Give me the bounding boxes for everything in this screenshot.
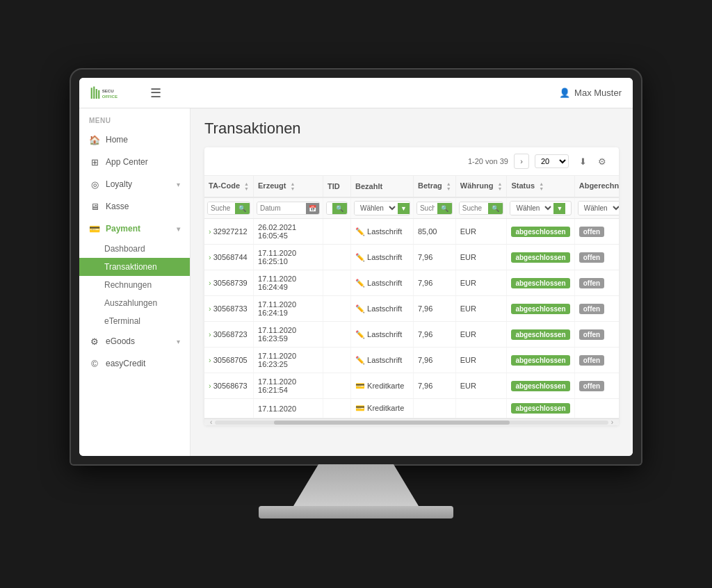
filter-erzeugt-cal-btn[interactable]: 📅	[306, 203, 319, 214]
table-row: › 3056870517.11.202016:23:25✏️ Lastschri…	[204, 348, 619, 373]
cell-status: abgeschlossen	[507, 399, 574, 418]
expand-arrow[interactable]: ›	[209, 382, 211, 390]
h-scroll-track[interactable]	[215, 420, 608, 425]
cell-ta-code: › 30568673	[204, 373, 254, 399]
sidebar-item-label: Home	[106, 135, 128, 145]
cell-betrag: 85,00	[413, 219, 455, 245]
filter-bezahlt-arrow-btn[interactable]: ▼	[398, 203, 410, 214]
cell-tid	[323, 348, 351, 373]
status-badge: abgeschlossen	[511, 227, 569, 237]
content-card: 1-20 von 39 › 20 50 100 ⬇ ⚙	[204, 147, 619, 425]
status-badge: abgeschlossen	[511, 329, 569, 340]
menu-toggle-icon[interactable]: ☰	[150, 85, 161, 101]
expand-arrow[interactable]: ›	[209, 330, 211, 338]
status-badge: abgeschlossen	[511, 381, 569, 391]
filter-erzeugt-input[interactable]	[257, 202, 306, 214]
col-header-erzeugt[interactable]: Erzeugt ▲▼	[254, 176, 323, 197]
h-scroll-bar: ‹ ›	[204, 418, 619, 425]
cell-status: abgeschlossen	[507, 373, 574, 399]
table-toolbar: 1-20 von 39 › 20 50 100 ⬇ ⚙	[204, 147, 619, 176]
col-header-tid[interactable]: TID	[323, 176, 351, 197]
cell-wahrung: EUR	[455, 322, 507, 348]
sidebar-sub-auszahlungen[interactable]: Auszahlungen	[79, 294, 190, 312]
settings-btn[interactable]: ⚙	[594, 153, 610, 170]
filter-bezahlt-select[interactable]: Wählen	[355, 202, 398, 215]
cell-betrag: 7,96	[413, 322, 455, 348]
per-page-select[interactable]: 20 50 100	[535, 154, 569, 168]
cell-erzeugt: 17.11.202016:24:49	[254, 270, 323, 296]
cell-ta-code: › 32927212	[204, 219, 254, 245]
cell-tid	[323, 219, 351, 245]
table-row: › 3056874417.11.202016:25:10✏️ Lastschri…	[204, 245, 619, 270]
filter-ta-code: 🔍	[204, 197, 254, 219]
sidebar-item-easycredit[interactable]: © easyCredit	[79, 352, 190, 375]
svg-text:SECU: SECU	[102, 88, 115, 93]
col-header-wahrung[interactable]: Währung ▲▼	[455, 176, 507, 197]
sidebar-item-label: Kasse	[106, 202, 129, 211]
loyalty-icon: ◎	[89, 179, 100, 190]
table-row: › 3056872317.11.202016:23:59✏️ Lastschri…	[204, 322, 619, 348]
cell-betrag: 7,96	[413, 270, 455, 296]
cell-tid	[323, 399, 351, 418]
sidebar-item-payment[interactable]: 💳 Payment ▾	[79, 218, 190, 240]
cell-bezahlt: ✏️ Lastschrift	[351, 348, 414, 373]
cell-status: abgeschlossen	[507, 270, 574, 296]
filter-ta-code-btn[interactable]: 🔍	[235, 203, 250, 214]
pagination-info: 1-20 von 39	[468, 157, 508, 165]
sidebar-item-home[interactable]: 🏠 Home	[79, 129, 190, 151]
cell-abgerechnet: offen	[574, 373, 619, 399]
svg-text:OFFICE: OFFICE	[102, 94, 118, 99]
cell-erzeugt: 17.11.202016:23:59	[254, 322, 323, 348]
easycredit-icon: ©	[89, 358, 100, 369]
filter-betrag-input[interactable]	[417, 202, 437, 214]
sidebar-item-kasse[interactable]: 🖥 Kasse	[79, 195, 190, 218]
col-header-ta-code[interactable]: TA-Code ▲▼	[204, 176, 254, 197]
col-header-status[interactable]: Status ▲▼	[507, 176, 574, 197]
filter-wahrung-input[interactable]	[460, 202, 489, 214]
cell-wahrung: EUR	[455, 296, 507, 322]
sidebar-item-egoods[interactable]: ⚙ eGoods ▾	[79, 330, 190, 352]
scroll-container[interactable]: TA-Code ▲▼ Erzeugt ▲▼ TID	[204, 176, 619, 418]
sidebar-sub-dashboard[interactable]: Dashboard	[79, 240, 190, 258]
cell-tid	[323, 322, 351, 348]
filter-status-select[interactable]: Wählen	[510, 202, 553, 215]
h-scroll-left-btn[interactable]: ‹	[207, 418, 215, 425]
col-header-abgerechnet[interactable]: Abgerechnet ▲▼	[574, 176, 619, 197]
cell-ta-code: › 30568739	[204, 270, 254, 296]
payment-icon: 💳	[89, 223, 100, 234]
sidebar-item-loyalty[interactable]: ◎ Loyalty ▾	[79, 173, 190, 195]
expand-arrow[interactable]: ›	[209, 227, 211, 236]
download-btn[interactable]: ⬇	[574, 153, 591, 170]
filter-status-arrow-btn[interactable]: ▼	[553, 203, 565, 214]
expand-arrow[interactable]: ›	[209, 253, 211, 261]
filter-betrag-btn[interactable]: 🔍	[437, 203, 452, 214]
h-scroll-right-btn[interactable]: ›	[608, 418, 616, 425]
sidebar-item-appcenter[interactable]: ⊞ App Center	[79, 151, 190, 173]
filter-ta-code-input[interactable]	[208, 202, 235, 214]
filter-tid-input[interactable]	[327, 202, 332, 214]
egoods-icon: ⚙	[89, 336, 100, 347]
home-icon: 🏠	[89, 134, 100, 145]
pagination-next-btn[interactable]: ›	[514, 154, 529, 169]
expand-arrow[interactable]: ›	[209, 304, 211, 313]
sidebar-sub-rechnungen[interactable]: Rechnungen	[79, 276, 190, 294]
cell-status: abgeschlossen	[507, 322, 574, 348]
sidebar-sub-eterminal[interactable]: eTerminal	[79, 312, 190, 330]
cell-betrag: 7,96	[413, 373, 455, 399]
filter-tid: 🔍	[323, 197, 351, 219]
cell-status: abgeschlossen	[507, 296, 574, 322]
filter-wahrung-btn[interactable]: 🔍	[488, 203, 503, 214]
filter-abgerechnet-select[interactable]: Wählen	[578, 202, 619, 215]
expand-arrow[interactable]: ›	[209, 356, 211, 364]
col-header-betrag[interactable]: Betrag ▲▼	[413, 176, 455, 197]
cell-erzeugt: 17.11.202016:21:54	[254, 373, 323, 399]
egoods-chevron-icon: ▾	[177, 338, 180, 345]
expand-arrow[interactable]: ›	[209, 279, 211, 287]
sidebar-sub-transaktionen[interactable]: Transaktionen	[79, 258, 190, 276]
status-badge: abgeschlossen	[511, 304, 569, 314]
cell-betrag: 7,96	[413, 245, 455, 270]
cell-status: abgeschlossen	[507, 245, 574, 270]
col-header-bezahlt[interactable]: Bezahlt	[351, 176, 414, 197]
filter-tid-btn[interactable]: 🔍	[332, 203, 347, 214]
transactions-table: TA-Code ▲▼ Erzeugt ▲▼ TID	[204, 176, 619, 418]
